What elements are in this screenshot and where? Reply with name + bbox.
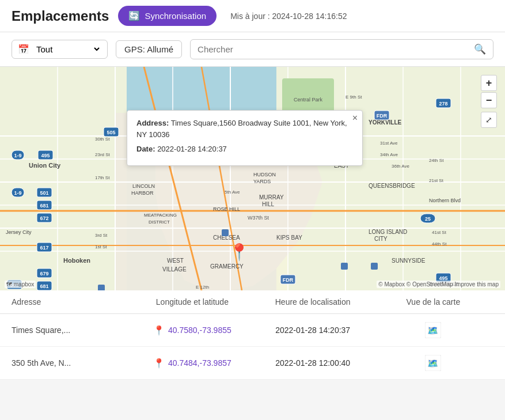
map-location-pin[interactable]: 📍 (229, 243, 249, 262)
svg-text:25: 25 (425, 216, 431, 222)
svg-text:5th Ave: 5th Ave (225, 190, 240, 195)
svg-text:QUEENSBRIDGE: QUEENSBRIDGE (369, 183, 415, 189)
column-header-address: Adresse (12, 297, 132, 307)
svg-text:672: 672 (40, 215, 48, 221)
row1-coords[interactable]: 📍 40.7580,-73.9855 (132, 325, 252, 336)
svg-text:Jersey City: Jersey City (6, 229, 32, 235)
search-icon: 🔍 (474, 43, 486, 55)
svg-text:ROSE HILL: ROSE HILL (213, 206, 240, 212)
svg-text:KIPS BAY: KIPS BAY (276, 234, 302, 241)
row2-map-link[interactable]: 🗺️ (373, 355, 493, 371)
zoom-out-button[interactable]: − (481, 92, 497, 108)
table-header: Adresse Longitude et latitude Heure de l… (0, 290, 505, 314)
gps-status-badge: GPS: Allumé (116, 40, 182, 58)
svg-text:VILLAGE: VILLAGE (162, 266, 187, 273)
svg-text:Hoboken: Hoboken (63, 257, 90, 264)
row1-address: Times Square,... (12, 326, 132, 335)
table-row: 350 5th Ave, N... 📍 40.7484,-73.9857 202… (0, 347, 505, 380)
svg-text:MEATPACKING: MEATPACKING (144, 213, 177, 218)
svg-text:17th St: 17th St (95, 175, 110, 180)
svg-text:E 12th: E 12th (196, 285, 209, 290)
location-pin-icon: 📍 (153, 358, 165, 369)
svg-text:617: 617 (40, 245, 48, 251)
popup-close-button[interactable]: × (352, 113, 358, 123)
svg-text:23rd St: 23rd St (95, 152, 111, 157)
row2-address: 350 5th Ave, N... (12, 358, 132, 368)
svg-text:FDR: FDR (283, 277, 294, 283)
svg-text:681: 681 (40, 203, 48, 209)
calendar-icon: 📅 (18, 44, 29, 55)
expand-map-button[interactable]: ⤢ (481, 112, 497, 128)
svg-text:LINCOLN: LINCOLN (132, 183, 155, 189)
row1-coords-value: 40.7580,-73.9855 (168, 326, 231, 335)
svg-text:31st Ave: 31st Ave (380, 141, 398, 146)
map-controls: + − ⤢ (481, 75, 497, 128)
page-header: Emplacements 🔄 Synchronisation Mis à jou… (0, 0, 505, 32)
mapbox-credit: 🗺 mapbox (5, 281, 36, 288)
google-maps-icon[interactable]: 🗺️ (425, 322, 441, 338)
svg-text:1st St: 1st St (95, 244, 107, 249)
row1-time: 2022-01-28 14:20:37 (253, 326, 373, 335)
svg-text:SUNNYSIDE: SUNNYSIDE (392, 258, 426, 264)
svg-rect-106 (98, 285, 105, 290)
row2-time: 2022-01-28 12:00:40 (253, 358, 373, 368)
svg-text:1-9: 1-9 (14, 190, 21, 196)
svg-text:MURRAY: MURRAY (259, 194, 284, 200)
column-header-coords: Longitude et latitude (132, 297, 252, 307)
map-background: Central Park Union City Hoboken Jersey C… (0, 67, 505, 290)
row2-coords[interactable]: 📍 40.7484,-73.9857 (132, 358, 252, 369)
svg-text:36th Ave: 36th Ave (392, 164, 410, 169)
popup-address-label: Address: (136, 119, 169, 127)
svg-text:WEST: WEST (167, 258, 184, 264)
svg-text:1-9: 1-9 (14, 153, 21, 158)
filter-select-wrap: 📅 Tout Aujourd'hui Cette semaine Ce mois (12, 40, 108, 59)
svg-text:34th Ave: 34th Ave (380, 152, 398, 157)
filter-bar: 📅 Tout Aujourd'hui Cette semaine Ce mois… (0, 32, 505, 67)
svg-rect-104 (341, 263, 348, 270)
search-wrap: 🔍 (190, 39, 493, 59)
google-maps-icon[interactable]: 🗺️ (425, 355, 441, 371)
location-pin-icon: 📍 (153, 325, 165, 336)
svg-text:HUDSON: HUDSON (253, 172, 276, 177)
svg-rect-103 (222, 229, 229, 236)
svg-text:Union City: Union City (29, 162, 61, 169)
osm-credit: © Mapbox © OpenStreetMap Improve this ma… (377, 281, 500, 288)
table-row: Times Square,... 📍 40.7580,-73.9855 2022… (0, 314, 505, 347)
svg-text:🗺️: 🗺️ (427, 325, 439, 336)
svg-text:FDR: FDR (377, 113, 388, 119)
svg-text:🗺️: 🗺️ (427, 358, 439, 369)
svg-text:24th St: 24th St (429, 158, 444, 163)
svg-text:681: 681 (40, 283, 48, 289)
svg-text:44th St: 44th St (432, 241, 447, 247)
svg-text:E 9th St: E 9th St (345, 94, 362, 100)
svg-text:CITY: CITY (374, 236, 388, 242)
sync-button[interactable]: 🔄 Synchronisation (118, 6, 217, 26)
svg-text:495: 495 (41, 153, 50, 158)
svg-text:HILL: HILL (262, 201, 275, 207)
last-updated-label: Mis à jour : 2024-10-28 14:16:52 (230, 12, 347, 21)
svg-text:Northern Blvd: Northern Blvd (429, 198, 461, 203)
popup-date-value: 2022-01-28 14:20:37 (157, 145, 227, 153)
column-header-map: Vue de la carte (373, 297, 493, 307)
svg-rect-105 (371, 263, 378, 270)
svg-text:30th St: 30th St (95, 137, 110, 142)
row1-map-link[interactable]: 🗺️ (373, 322, 493, 338)
locations-table: Adresse Longitude et latitude Heure de l… (0, 290, 505, 380)
svg-text:W37th St: W37th St (248, 215, 269, 221)
svg-text:41st St: 41st St (432, 230, 447, 235)
svg-text:505: 505 (107, 130, 115, 135)
map-popup: × Address: Times Square,1560 Broadway Su… (127, 110, 363, 166)
zoom-in-button[interactable]: + (481, 75, 497, 91)
search-input[interactable] (198, 44, 469, 54)
map-container: Central Park Union City Hoboken Jersey C… (0, 67, 505, 290)
filter-select[interactable]: Tout Aujourd'hui Cette semaine Ce mois (34, 44, 101, 55)
page-title: Emplacements (12, 8, 109, 24)
svg-text:679: 679 (40, 271, 48, 277)
svg-text:3rd St: 3rd St (95, 233, 108, 238)
svg-text:DISTRICT: DISTRICT (149, 220, 170, 225)
svg-text:278: 278 (439, 101, 447, 107)
svg-text:YARDS: YARDS (253, 179, 271, 184)
svg-text:Central Park: Central Park (294, 97, 323, 103)
sync-button-label: Synchronisation (145, 11, 206, 21)
svg-text:LONG ISLAND: LONG ISLAND (369, 229, 407, 235)
